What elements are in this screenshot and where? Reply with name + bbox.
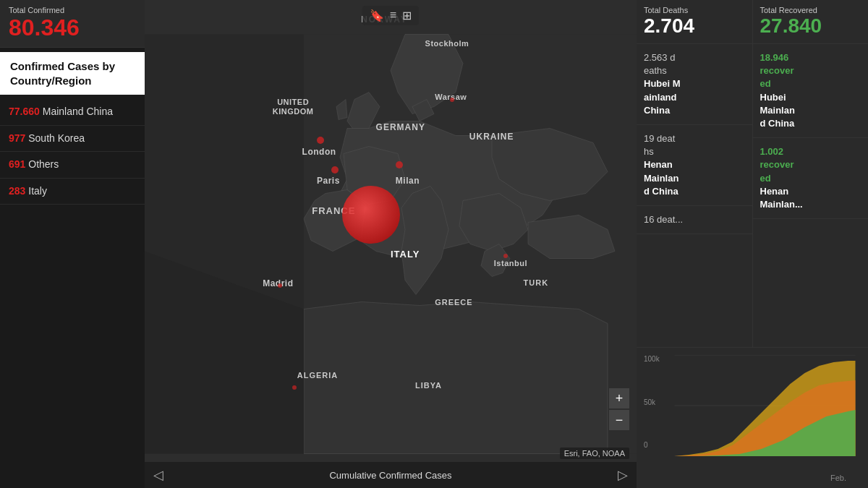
country-name: South Korea [28,132,85,144]
zoom-out-button[interactable]: − [609,410,629,430]
map-bottom-bar: ◁ Cumulative Confirmed Cases ▷ [145,462,637,488]
zoom-controls: + − [609,388,629,430]
death-count-1: 2.563 deaths [644,52,675,76]
country-count: 283 [9,185,25,197]
italy-dot [342,186,400,244]
death-item-2: 19 deaths HenanMainland China [637,125,752,206]
esri-attribution: Esri, FAO, NOAA [560,448,629,459]
death-region-1: Hubei MainlandChina [644,78,681,115]
recovered-header: Total Recovered 27.840 [753,0,869,44]
country-list: 77.660 Mainland China977 South Korea691 … [0,99,145,488]
chart-x-label: Feb. [830,474,846,482]
right-top: Total Deaths 2.704 2.563 deaths Hubei Ma… [637,0,868,347]
recovered-label: Total Recovered [760,6,861,14]
death-item-1: 2.563 deaths Hubei MainlandChina [637,44,752,125]
deaths-column: Total Deaths 2.704 2.563 deaths Hubei Ma… [637,0,753,347]
recovered-item-2: 1.002recovered HenanMainlan... [753,138,869,219]
bottom-label: Cumulative Confirmed Cases [329,470,451,481]
chart-area: 100k 50k 0 Feb. [637,347,868,488]
left-panel: Total Confirmed 80.346 Confirmed Cases b… [0,0,145,488]
total-confirmed-label: Total Confirmed [9,6,136,14]
recovered-column: Total Recovered 27.840 18.946recovered H… [753,0,869,347]
death-item-3: 16 deat... [637,206,752,234]
confirmed-cases-panel: Confirmed Cases by Country/Region [0,52,145,95]
confirmed-cases-title: Confirmed Cases by Country/Region [10,59,135,87]
milan-dot [396,161,403,168]
london-dot [317,137,324,144]
y-label-100k: 100k [644,355,660,363]
country-list-item[interactable]: 283 Italy [0,179,145,205]
country-count: 977 [9,132,25,144]
recovered-region-1: HubeiMainland China [760,92,795,129]
recovered-total: 27.840 [760,14,861,38]
country-count: 691 [9,158,25,170]
chart-svg [669,355,861,456]
recovered-count-1: 18.946recovered [760,52,794,89]
deaths-header: Total Deaths 2.704 [637,0,752,44]
bookmark-icon[interactable]: 🔖 [370,9,384,22]
chart-svg-container [669,355,861,456]
madrid-dot [278,283,282,288]
zoom-in-button[interactable]: + [609,388,629,408]
prev-arrow[interactable]: ◁ [153,467,163,483]
next-arrow[interactable]: ▷ [618,467,628,483]
warsaw-dot [450,98,454,102]
list-icon[interactable]: ≡ [390,9,396,22]
deaths-total: 2.704 [644,14,745,38]
deaths-list: 2.563 deaths Hubei MainlandChina 19 deat… [637,44,752,347]
recovered-count-2: 1.002recovered [760,146,794,183]
y-label-50k: 50k [644,398,660,406]
map-top-icons[interactable]: 🔖 ≡ ⊞ [362,6,419,25]
country-name: Others [28,158,59,170]
map-area[interactable]: NORWAY Stockholm UNITEDKINGDOM London GE… [145,0,637,488]
y-label-0: 0 [644,441,660,449]
country-count: 77.660 [9,106,40,117]
recovered-item-1: 18.946recovered HubeiMainland China [753,44,869,138]
country-name: Italy [28,185,47,197]
total-confirmed-box: Total Confirmed 80.346 [0,0,145,48]
svg-marker-13 [304,302,608,454]
country-list-item[interactable]: 691 Others [0,152,145,179]
death-region-2: HenanMainland China [644,159,678,196]
death-count-2: 19 deaths [644,133,675,157]
total-confirmed-number: 80.346 [9,14,136,41]
country-list-item[interactable]: 977 South Korea [0,126,145,153]
chart-y-labels: 100k 50k 0 [644,355,660,449]
recovered-list: 18.946recovered HubeiMainland China 1.00… [753,44,869,347]
map-svg [145,0,637,488]
deaths-label: Total Deaths [644,6,745,14]
recovered-region-2: HenanMainlan... [760,186,803,210]
paris-dot [331,166,339,174]
country-name: Mainland China [43,106,113,117]
country-list-item[interactable]: 77.660 Mainland China [0,99,145,126]
right-panel: Total Deaths 2.704 2.563 deaths Hubei Ma… [637,0,868,488]
death-count-3: 16 deat... [644,214,683,225]
grid-icon[interactable]: ⊞ [402,9,412,22]
